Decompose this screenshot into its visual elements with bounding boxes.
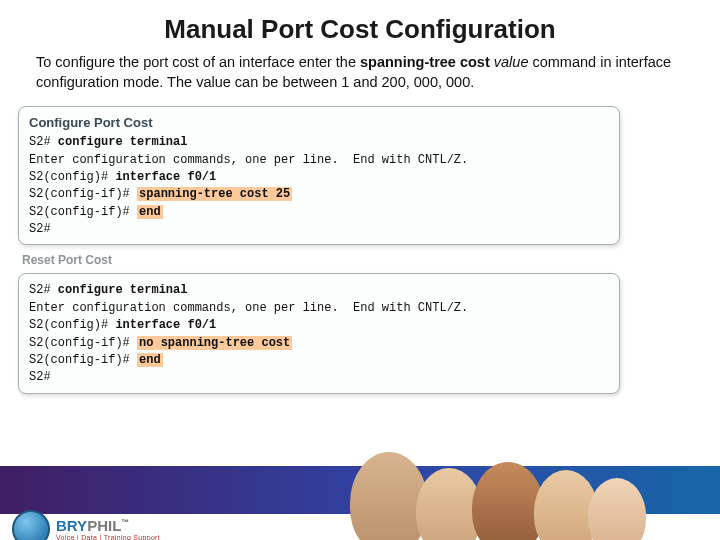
logo-text: BRYPHIL™ <box>56 517 160 534</box>
terminal-output: S2# configure terminal Enter configurati… <box>29 282 609 386</box>
prompt: S2(config-if)# <box>29 353 137 367</box>
logo-tm: ™ <box>121 518 129 527</box>
globe-icon <box>12 510 50 540</box>
cmd-highlight: spanning-tree cost 25 <box>137 187 292 201</box>
logo-tagline: Voice | Data | Training Support <box>56 534 160 540</box>
prompt: S2(config-if)# <box>29 205 137 219</box>
configure-port-cost-panel: Configure Port Cost S2# configure termin… <box>18 106 620 245</box>
output-line: Enter configuration commands, one per li… <box>29 153 468 167</box>
panel-heading: Configure Port Cost <box>29 115 609 130</box>
logo-bry: BRY <box>56 517 87 534</box>
footer: BRYPHIL™ Voice | Data | Training Support <box>0 466 720 540</box>
terminal-output: S2# configure terminal Enter configurati… <box>29 134 609 238</box>
face-icon <box>472 462 544 540</box>
bryphil-logo: BRYPHIL™ Voice | Data | Training Support <box>12 510 160 540</box>
page-title: Manual Port Cost Configuration <box>0 14 720 45</box>
prompt: S2(config-if)# <box>29 336 137 350</box>
cmd: configure terminal <box>58 135 188 149</box>
cmd: interface f0/1 <box>115 170 216 184</box>
prompt: S2(config)# <box>29 318 115 332</box>
logo-phil: PHIL <box>87 517 121 534</box>
prompt: S2# <box>29 135 58 149</box>
prompt: S2# <box>29 283 58 297</box>
footer-faces <box>350 462 710 540</box>
cmd-highlight: no spanning-tree cost <box>137 336 292 350</box>
face-icon <box>350 452 428 540</box>
intro-paragraph: To configure the port cost of an interfa… <box>36 53 676 92</box>
prompt: S2# <box>29 222 51 236</box>
cmd-highlight: end <box>137 353 163 367</box>
cmd-highlight: end <box>137 205 163 219</box>
reset-port-cost-panel: S2# configure terminal Enter configurati… <box>18 273 620 393</box>
intro-pre: To configure the port cost of an interfa… <box>36 54 360 70</box>
intro-cmd-bold: spanning-tree cost <box>360 54 494 70</box>
reset-port-cost-label: Reset Port Cost <box>22 253 720 267</box>
prompt: S2(config)# <box>29 170 115 184</box>
output-line: Enter configuration commands, one per li… <box>29 301 468 315</box>
prompt: S2# <box>29 370 51 384</box>
cmd: configure terminal <box>58 283 188 297</box>
face-icon <box>588 478 646 540</box>
prompt: S2(config-if)# <box>29 187 137 201</box>
cmd: interface f0/1 <box>115 318 216 332</box>
intro-cmd-value: value <box>494 54 529 70</box>
